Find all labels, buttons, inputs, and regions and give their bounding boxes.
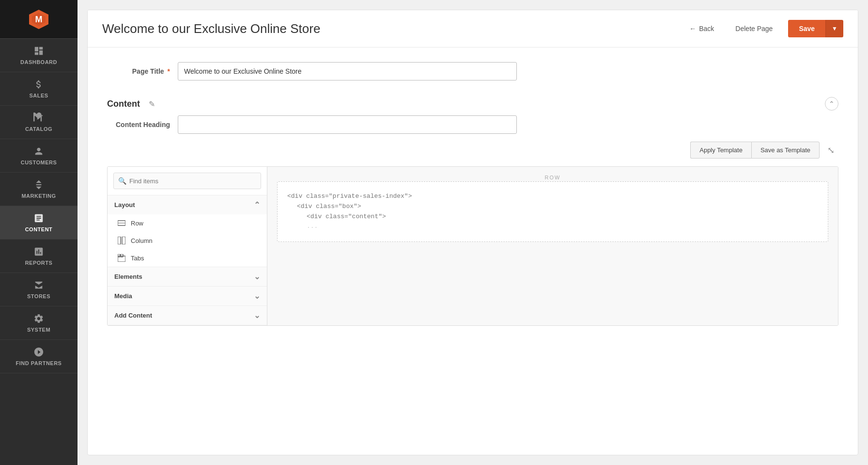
save-button-group: Save ▼ [788,20,843,37]
back-button[interactable]: ← Back [683,21,720,36]
sidebar-item-system[interactable]: SYSTEM [0,306,78,340]
svg-rect-8 [118,254,120,257]
sidebar-item-dashboard-label: DASHBOARD [20,59,57,65]
add-content-section-label: Add Content [114,312,152,319]
catalog-icon [33,112,44,123]
sidebar-nav: DASHBOARD SALES CATALOG CUSTOMERS MARKET… [0,39,78,465]
page-builder-panel: 🔍 Layout ⌃ [108,167,267,325]
expand-icon: ⤡ [827,145,835,155]
sidebar-item-find-partners[interactable]: FIND PARTNERS [0,340,78,373]
svg-rect-5 [118,237,121,244]
search-input[interactable] [113,173,261,189]
page-title-label: Page Title * [107,67,170,75]
pb-item-row[interactable]: Row [108,214,267,232]
sidebar-item-catalog-label: CATALOG [25,126,52,132]
column-icon [117,236,126,245]
expand-editor-button[interactable]: ⤡ [824,142,837,159]
pb-item-tabs[interactable]: Tabs [108,249,267,267]
save-dropdown-button[interactable]: ▼ [825,20,843,37]
layout-section: Layout ⌃ Row [108,195,267,267]
content-section: Content ✎ ⌃ Content Heading [107,92,838,326]
row-label: Row [131,220,143,227]
code-line-2: <div class="box"> [297,202,818,212]
sidebar-item-system-label: SYSTEM [27,327,50,333]
content-icon [33,213,44,224]
edit-pencil-icon: ✎ [149,100,155,108]
chevron-down-icon: ▼ [832,25,837,32]
page-title: Welcome to our Exclusive Online Store [102,21,683,36]
elements-section-header[interactable]: Elements ⌄ [108,267,267,286]
elements-section: Elements ⌄ [108,267,267,287]
add-content-chevron-icon: ⌄ [254,311,260,320]
page-title-field-row: Page Title * [107,62,838,80]
back-arrow-icon: ← [689,25,696,32]
chevron-up-icon: ⌃ [829,100,835,108]
tabs-icon [117,254,126,262]
page-card: Welcome to our Exclusive Online Store ← … [87,10,858,455]
delete-page-button[interactable]: Delete Page [729,21,778,36]
partners-icon [33,347,44,357]
sidebar-item-stores-label: STORES [27,293,50,299]
media-chevron-icon: ⌄ [254,291,260,301]
pb-item-column[interactable]: Column [108,232,267,249]
row-label-indicator: ROW [545,175,561,180]
save-button[interactable]: Save [788,20,825,37]
sidebar-item-customers[interactable]: CUSTOMERS [0,139,78,173]
sidebar-item-marketing[interactable]: MARKETING [0,173,78,206]
page-header: Welcome to our Exclusive Online Store ← … [88,10,858,48]
row-icon [117,219,126,227]
content-heading-label: Content Heading [107,121,170,128]
sidebar-item-content-label: CONTENT [25,226,53,232]
sidebar-item-sales-label: SALES [29,93,48,98]
layout-section-label: Layout [114,201,135,208]
page-body: Page Title * Content ✎ ⌃ [88,48,858,455]
add-content-section: Add Content ⌄ [108,306,267,325]
tabs-label: Tabs [131,255,144,262]
content-builder: Content Heading Apply Template Save as T… [107,115,838,326]
svg-text:M: M [35,15,43,24]
sidebar-item-reports-label: REPORTS [25,260,53,266]
media-section-label: Media [114,292,132,300]
media-section: Media ⌄ [108,287,267,306]
sidebar-item-sales[interactable]: SALES [0,72,78,106]
magento-logo-icon: M [27,8,50,31]
page-builder-wrapper: 🔍 Layout ⌃ [107,166,838,326]
sidebar-item-marketing-label: MARKETING [21,193,56,199]
svg-rect-6 [122,237,125,244]
layout-chevron-up-icon: ⌃ [254,200,260,209]
sidebar-item-customers-label: CUSTOMERS [21,160,57,165]
add-content-section-header[interactable]: Add Content ⌄ [108,306,267,325]
content-heading-row: Content Heading [107,115,838,134]
canvas-row[interactable]: <div class="private-sales-index"> <div c… [277,181,828,242]
sidebar-item-content[interactable]: CONTENT [0,206,78,240]
content-heading-input[interactable] [178,115,517,134]
sidebar-item-reports[interactable]: REPORTS [0,240,78,273]
content-collapse-button[interactable]: ⌃ [825,97,838,111]
customers-icon [33,146,44,157]
page-title-input[interactable] [178,62,517,80]
code-line-4: ... [307,222,818,232]
main-area: Welcome to our Exclusive Online Store ← … [78,0,868,465]
content-edit-button[interactable]: ✎ [146,98,158,110]
required-indicator: * [168,67,170,75]
sidebar-item-dashboard[interactable]: DASHBOARD [0,39,78,72]
media-section-header[interactable]: Media ⌄ [108,287,267,305]
dashboard-icon [33,46,44,56]
logo: M [0,0,78,39]
content-section-title: Content ✎ [107,98,158,110]
system-icon [33,313,44,324]
reports-icon [33,246,44,257]
layout-section-header[interactable]: Layout ⌃ [108,195,267,214]
content-section-header: Content ✎ ⌃ [107,92,838,115]
apply-template-button[interactable]: Apply Template [690,142,751,159]
sales-icon [33,79,44,90]
code-line-3: <div class="content"> [307,212,818,222]
layout-section-body: Row Column [108,214,267,267]
save-as-template-button[interactable]: Save as Template [751,142,820,159]
sidebar-item-stores[interactable]: STORES [0,273,78,306]
code-line-1: <div class="private-sales-index"> [287,192,818,202]
elements-chevron-icon: ⌄ [254,272,260,281]
back-label: Back [699,25,714,32]
sidebar-item-catalog[interactable]: CATALOG [0,106,78,139]
marketing-icon [33,179,44,190]
